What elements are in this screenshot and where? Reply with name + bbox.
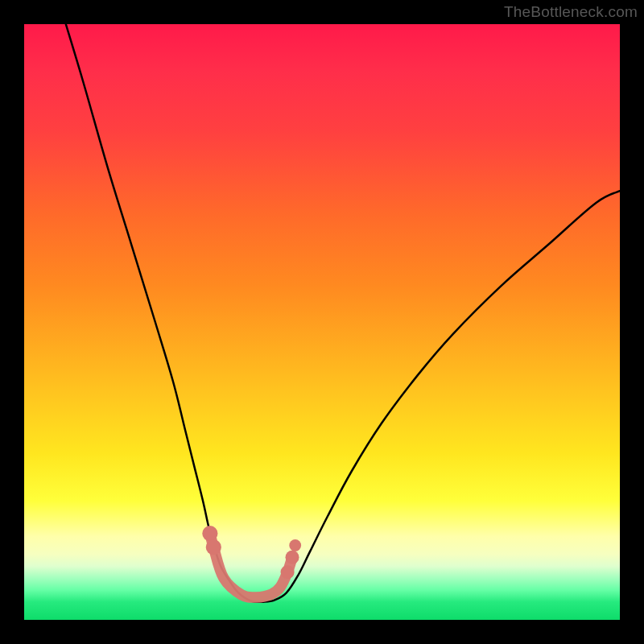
plot-area xyxy=(24,24,620,620)
marker-dot xyxy=(206,539,221,555)
curve-layer xyxy=(24,24,620,620)
marker-dot xyxy=(202,526,217,541)
chart-root: TheBottleneck.com xyxy=(0,0,644,644)
series-right-curve xyxy=(262,191,620,602)
watermark-text: TheBottleneck.com xyxy=(504,3,638,21)
series-valley-marker xyxy=(210,534,292,597)
series-left-curve xyxy=(66,24,262,602)
marker-dot xyxy=(285,551,299,564)
marker-dot xyxy=(281,565,295,579)
marker-dot xyxy=(289,539,301,551)
